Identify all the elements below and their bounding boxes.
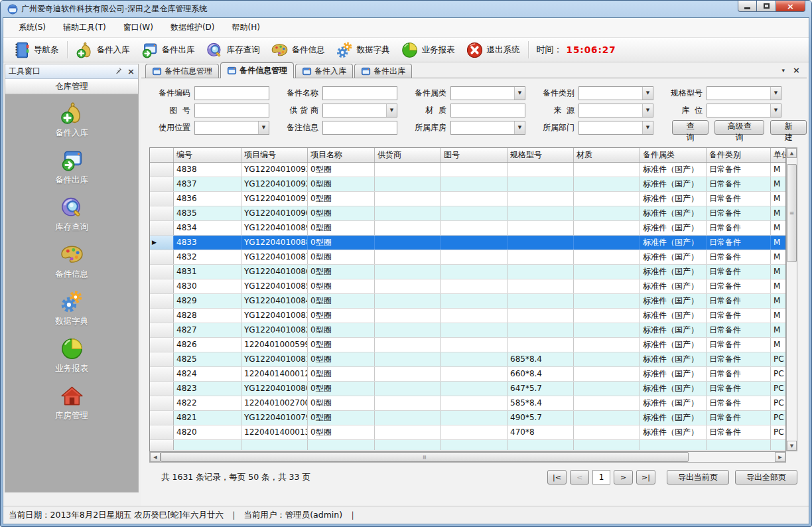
grid-header-9[interactable]: 备件类别: [707, 148, 771, 162]
sidebar-item-2[interactable]: 备件出库: [5, 148, 138, 186]
row-selector[interactable]: [150, 323, 174, 337]
last-page-button[interactable]: >|: [636, 470, 655, 485]
row-selector[interactable]: [150, 309, 174, 323]
toolbar-stock-query-button[interactable]: 库存查询: [200, 39, 265, 61]
table-row[interactable]: 4832YG122040100870型圈标准件（国产）日常备件M: [150, 250, 785, 265]
dock-close-icon[interactable]: ×: [127, 67, 135, 76]
hscroll-track[interactable]: ≡: [161, 452, 775, 462]
search-combobox[interactable]: ▼: [707, 104, 781, 117]
menu-item-2[interactable]: 辅助工具(T): [54, 19, 115, 37]
search-input[interactable]: [194, 86, 269, 100]
tab-close-icon[interactable]: ×: [793, 66, 800, 74]
table-row[interactable]: 4829YG122040100840型圈标准件（国产）日常备件M: [150, 294, 785, 309]
row-selector[interactable]: ▶: [150, 236, 174, 250]
hscroll-thumb[interactable]: ≡: [161, 452, 689, 462]
tab-1[interactable]: 备件信息管理: [145, 64, 219, 78]
scroll-up-icon[interactable]: ▲: [787, 148, 797, 158]
minimize-button[interactable]: [738, 1, 757, 12]
table-row[interactable]: 482412204014000120型圈660*8.4标准件（国产）日常备件PC: [150, 367, 785, 382]
grid-header-5[interactable]: 图号: [441, 148, 508, 162]
search-input[interactable]: [194, 104, 269, 117]
toolbar-exit-button[interactable]: 退出系统: [460, 39, 525, 61]
row-selector[interactable]: [150, 279, 174, 293]
maximize-button[interactable]: [757, 1, 776, 12]
vscroll-track[interactable]: ≡: [787, 158, 797, 441]
row-selector[interactable]: [150, 221, 174, 235]
chevron-down-icon[interactable]: ▾: [782, 67, 785, 74]
chevron-down-icon[interactable]: ▼: [642, 121, 653, 134]
table-row[interactable]: 4823YG122040100800型圈647*5.7标准件（国产）日常备件PC: [150, 382, 785, 396]
row-selector[interactable]: [150, 425, 174, 439]
first-page-button[interactable]: |<: [547, 470, 567, 485]
row-selector[interactable]: [150, 367, 174, 381]
row-selector[interactable]: [150, 265, 174, 279]
search-combobox[interactable]: ▼: [194, 121, 269, 135]
sidebar-item-5[interactable]: 数据字典: [5, 289, 138, 327]
row-selector[interactable]: [150, 382, 174, 396]
row-selector[interactable]: [150, 250, 174, 264]
row-selector[interactable]: [150, 338, 174, 352]
chevron-down-icon[interactable]: ▼: [770, 87, 781, 100]
table-row[interactable]: 482212204010027000型圈585*8.4标准件（国产）日常备件PC: [150, 396, 785, 411]
search-input[interactable]: [322, 121, 397, 135]
sidebar-item-7[interactable]: 库房管理: [5, 384, 138, 421]
search-combobox[interactable]: ▼: [578, 104, 653, 117]
grid-header-1[interactable]: 编号: [174, 148, 241, 162]
table-row[interactable]: 4834YG122040100890型圈标准件（国产）日常备件M: [150, 221, 785, 236]
search-input[interactable]: [450, 104, 525, 117]
export-all-pages-button[interactable]: 导出全部页: [735, 470, 797, 485]
chevron-down-icon[interactable]: ▼: [642, 104, 653, 117]
menu-item-5[interactable]: 帮助(H): [224, 19, 269, 37]
chevron-down-icon[interactable]: ▼: [770, 104, 781, 117]
scroll-left-icon[interactable]: ◀: [150, 452, 161, 462]
search-combobox[interactable]: ▼: [707, 86, 781, 100]
vscroll-thumb[interactable]: ≡: [787, 164, 797, 262]
row-selector[interactable]: [150, 411, 174, 425]
table-row[interactable]: ▶4833YG122040100880型圈标准件（国产）日常备件M: [150, 236, 785, 250]
table-row[interactable]: 4835YG122040100900型圈标准件（国产）日常备件M: [150, 206, 785, 221]
new-button[interactable]: 新建: [770, 120, 807, 135]
page-number-input[interactable]: [592, 470, 610, 485]
sidebar-item-3[interactable]: 库存查询: [5, 195, 138, 233]
chevron-down-icon[interactable]: ▼: [514, 87, 525, 100]
table-row[interactable]: 4825YG122040100810型圈685*8.4标准件（国产）日常备件PC: [150, 352, 785, 367]
vertical-scrollbar[interactable]: ▲ ≡ ▼: [786, 147, 797, 451]
toolbar-part-in-button[interactable]: 备件入库: [70, 39, 135, 61]
pin-icon[interactable]: [114, 66, 123, 77]
table-row[interactable]: 4830YG122040100850型圈标准件（国产）日常备件M: [150, 279, 785, 294]
table-row[interactable]: 4831YG122040100860型圈标准件（国产）日常备件M: [150, 265, 785, 279]
scroll-right-icon[interactable]: ▶: [775, 452, 785, 462]
grid-header-8[interactable]: 备件属类: [640, 148, 707, 162]
toolbar-navbar-button[interactable]: 导航条: [7, 39, 64, 61]
row-selector[interactable]: [150, 294, 174, 308]
table-row[interactable]: 482612204010005990型圈标准件（国产）日常备件M: [150, 338, 785, 352]
next-page-button[interactable]: >: [614, 470, 633, 485]
tab-4[interactable]: 备件出库: [354, 64, 412, 78]
tab-2[interactable]: 备件信息管理: [220, 62, 294, 78]
row-selector[interactable]: [150, 177, 174, 191]
sidebar-item-6[interactable]: 业务报表: [5, 337, 138, 374]
grid-header-6[interactable]: 规格型号: [508, 148, 574, 162]
row-selector[interactable]: [150, 163, 174, 177]
query-button[interactable]: 查询: [672, 120, 709, 135]
grid-header-selector[interactable]: [150, 148, 174, 162]
chevron-down-icon[interactable]: ▼: [514, 121, 525, 134]
row-selector[interactable]: [150, 396, 174, 410]
grid-header-7[interactable]: 材质: [574, 148, 640, 162]
warehouse-group-header[interactable]: 仓库管理: [5, 79, 138, 94]
table-row[interactable]: 4821YG122040100790型圈490*5.7标准件（国产）日常备件PC: [150, 411, 785, 425]
grid-header-2[interactable]: 项目编号: [241, 148, 308, 162]
chevron-down-icon[interactable]: ▼: [642, 87, 653, 100]
scroll-down-icon[interactable]: ▼: [787, 441, 797, 451]
chevron-down-icon[interactable]: ▼: [386, 104, 397, 117]
sidebar-item-4[interactable]: 备件信息: [5, 242, 138, 280]
grid-header-10[interactable]: 单位: [771, 148, 786, 162]
export-current-page-button[interactable]: 导出当前页: [667, 470, 729, 485]
menu-item-4[interactable]: 数据维护(D): [162, 19, 224, 37]
search-combobox[interactable]: ▼: [578, 121, 653, 135]
close-button[interactable]: ×: [776, 1, 805, 12]
toolbar-part-out-button[interactable]: 备件出库: [135, 39, 200, 61]
toolbar-report-button[interactable]: 业务报表: [395, 39, 460, 61]
advanced-query-button[interactable]: 高级查询: [714, 120, 765, 135]
row-selector[interactable]: [150, 206, 174, 220]
